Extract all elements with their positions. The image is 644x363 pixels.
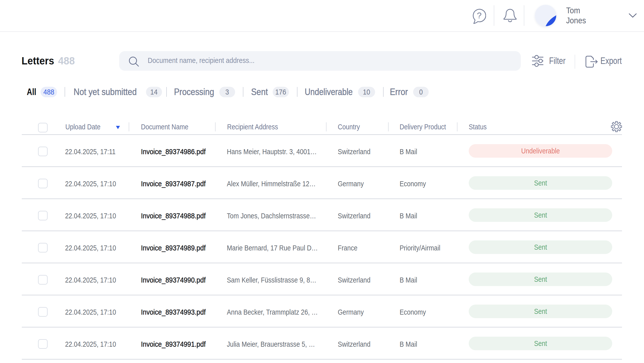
svg-text:?: ?	[477, 11, 482, 20]
